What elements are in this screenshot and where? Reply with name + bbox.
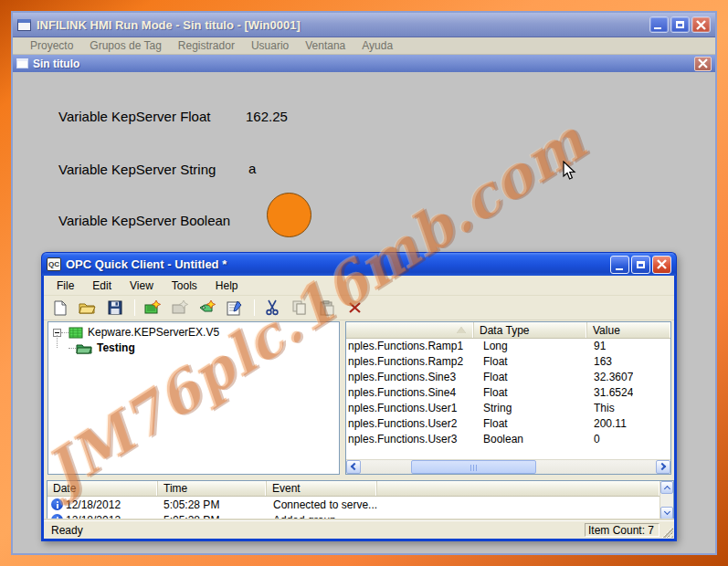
save-icon[interactable] [105,299,125,317]
opc-menu-tools[interactable]: Tools [163,279,206,292]
table-row[interactable]: nples.Functions.User1 String This [346,401,670,416]
tree-node-server[interactable]: Kepware.KEPServerEX.V5 [53,326,219,339]
column-header-value[interactable]: Value [587,322,670,338]
opc-close-button[interactable] [652,256,671,274]
opc-titlebar[interactable]: QC OPC Quick Client - Untitled * [41,252,677,276]
cell-event: Added group ... [273,514,348,520]
table-row[interactable]: nples.Functions.User3 Boolean 0 [346,432,670,447]
column-header-time[interactable]: Time [158,481,267,496]
cell-data-type: Float [483,417,508,430]
table-row[interactable]: nples.Functions.Ramp2 Float 163 [346,354,670,370]
resize-grip[interactable] [662,527,673,538]
delete-icon[interactable] [344,299,364,317]
opc-menu-view[interactable]: View [121,279,163,292]
column-header-date[interactable]: Date [47,481,158,496]
scrollbar-track[interactable] [361,460,656,474]
menu-ventana[interactable]: Ventana [297,39,353,52]
maximize-button[interactable] [670,16,690,33]
event-row-partial[interactable]: 12/18/2012 5:05:28 PM Added group ... [47,512,659,520]
server-icon [69,327,83,339]
cell-value: This [594,402,615,414]
tree-node-server-label: Kepware.KEPServerEX.V5 [88,326,219,339]
horizontal-scrollbar[interactable] [346,459,670,474]
opc-minimize-button[interactable] [610,256,629,274]
menu-ayuda[interactable]: Ayuda [353,39,401,52]
sort-ascending-icon [457,327,466,333]
scroll-up-button[interactable] [660,481,673,494]
cell-data-type: String [483,402,512,414]
cell-time: 5:05:28 PM [164,498,219,511]
scroll-left-button[interactable] [346,460,361,474]
status-ready: Ready [44,524,585,537]
column-header-item-id[interactable] [346,322,474,338]
scroll-right-button[interactable] [656,460,670,474]
opc-menu-file[interactable]: File [47,279,83,292]
new-group-icon[interactable] [170,299,190,317]
item-count-badge: Item Count: 7 [585,523,659,537]
column-header-event[interactable]: Event [267,481,377,496]
menu-registrador[interactable]: Registrador [170,39,243,52]
minimize-button[interactable] [649,16,669,33]
child-titlebar[interactable]: Sin titulo [13,55,715,72]
event-log-pane: Date Time Event 12/18/2012 5:05:28 PM Co… [47,480,674,520]
opc-app-icon: QC [47,257,61,271]
tree-node-testing[interactable]: Testing [69,341,135,354]
close-button[interactable] [691,16,711,33]
copy-icon[interactable] [290,299,310,317]
cell-data-type: Float [483,355,508,368]
cell-item-id: nples.Functions.User1 [348,402,472,414]
opc-body: File Edit View Tools Help [41,276,677,541]
boolean-indicator-circle[interactable] [267,193,311,237]
menu-usuario[interactable]: Usuario [243,39,297,52]
new-file-icon[interactable] [50,299,70,317]
var-label-string: Variable KepServer String [58,162,216,177]
tree-connector [57,335,58,348]
var-value-float: 162.25 [246,109,288,124]
opc-window-title: OPC Quick Client - Untitled * [66,257,608,271]
column-header-blank [377,481,659,496]
info-icon [51,498,63,510]
child-close-button[interactable] [694,57,712,71]
cell-value: 163 [594,355,612,368]
cut-icon[interactable] [262,299,282,317]
open-folder-icon[interactable] [78,299,98,317]
toolbar-separator [254,299,255,316]
table-row[interactable]: nples.Functions.Sine4 Float 31.6524 [346,385,670,401]
child-window-title: Sin titulo [33,58,694,70]
scrollbar-thumb[interactable] [411,460,536,474]
cell-date: 12/18/2012 [66,498,121,511]
var-value-string: a [248,161,256,176]
cell-data-type: Long [483,340,508,352]
var-label-boolean: Variable KepServer Boolean [58,213,230,228]
cell-data-type: Boolean [483,433,523,445]
opc-menu-edit[interactable]: Edit [83,279,121,292]
main-titlebar[interactable]: INFILINK HMI Run Mode - Sin titulo - [Wi… [13,13,715,37]
cell-time: 5:05:28 PM [164,514,219,520]
var-label-float: Variable KepServer Float [58,109,210,124]
item-properties-icon[interactable] [225,299,245,317]
event-vertical-scrollbar[interactable] [659,481,673,519]
child-window-icon [16,58,28,68]
new-item-icon[interactable] [197,299,217,317]
menu-proyecto[interactable]: Proyecto [22,39,81,52]
new-server-connection-icon[interactable] [142,299,163,317]
server-tree-pane: Kepware.KEPServerEX.V5 Testing [47,321,340,475]
cell-event: Connected to serve... [273,498,377,511]
paste-icon[interactable] [317,299,337,317]
opc-menubar: File Edit View Tools Help [44,276,674,296]
table-row[interactable]: nples.Functions.Ramp1 Long 91 [346,339,670,354]
menu-grupos-de-tag[interactable]: Grupos de Tag [81,39,170,52]
table-row[interactable]: nples.Functions.User2 Float 200.11 [346,416,670,432]
toolbar-separator [134,299,135,316]
scroll-down-button[interactable] [660,507,673,519]
opc-toolbar [44,296,674,320]
cell-value: 31.6524 [594,386,633,399]
cell-value: 91 [594,340,606,352]
item-list-pane: Data Type Value nples.Functions.Ramp1 Lo… [345,321,671,475]
column-header-data-type[interactable]: Data Type [474,322,587,338]
opc-menu-help[interactable]: Help [206,279,248,292]
table-row[interactable]: nples.Functions.Sine3 Float 32.3607 [346,370,670,385]
opc-maximize-button[interactable] [631,256,650,274]
event-row[interactable]: 12/18/2012 5:05:28 PM Connected to serve… [47,497,659,512]
event-header-row: Date Time Event [47,481,659,497]
